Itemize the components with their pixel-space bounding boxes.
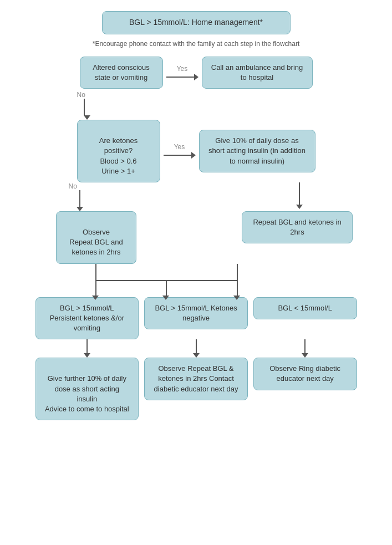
box-bgl-low: BGL < 15mmol/L xyxy=(253,297,357,319)
col-altered: Altered conscious state or vomiting xyxy=(80,57,163,89)
yes-arrow-col-2: Yes xyxy=(164,143,196,159)
col-insulin: Give 10% of daily dose as short acting i… xyxy=(199,130,315,172)
arrowhead xyxy=(194,74,198,80)
box-obs-repeat: Observe Repeat BGL & ketones in 2hrs Con… xyxy=(144,358,248,400)
row-3: Observe Repeat BGL and ketones in 2hrs R… xyxy=(35,211,357,264)
ketones-text: Are ketones positive? Blood > 0.6 Urine … xyxy=(99,136,138,175)
box-bgl-persist: BGL > 15mmol/L Persistent ketones &/or v… xyxy=(35,297,139,340)
altered-text: Altered conscious state or vomiting xyxy=(93,63,150,82)
obs-repeat-text: Observe Repeat BGL & ketones in 2hrs Con… xyxy=(154,364,238,393)
box-obs-ring: Observe Ring diabetic educator next day xyxy=(253,358,357,390)
row-three-boxes: BGL > 15mmol/L Persistent ketones &/or v… xyxy=(35,297,357,340)
arrow-right-2 xyxy=(164,152,196,159)
ah-3 xyxy=(302,353,308,358)
title-box: BGL > 15mmol/L: Home management* xyxy=(102,11,291,34)
arrow-down-insulin xyxy=(296,182,303,209)
v-line-observe xyxy=(95,264,96,281)
v-drop-right xyxy=(237,280,238,297)
arrow-down-persist xyxy=(35,339,139,358)
branch-arrows: BGL > 15mmol/L Persistent ketones &/or v… xyxy=(35,264,357,421)
arrowhead-right xyxy=(233,296,240,300)
insulin-arrow-col xyxy=(242,182,357,209)
vl-3 xyxy=(304,339,306,353)
box-repeat-bgl: Repeat BGL and ketones in 2hrs xyxy=(242,211,353,243)
col-ketones: Are ketones positive? Blood > 0.6 Urine … xyxy=(77,120,160,182)
col-bgl-persist: BGL > 15mmol/L Persistent ketones &/or v… xyxy=(35,297,139,340)
col-ambulance: Call an ambulance and bring to hospital xyxy=(202,57,313,89)
col-obs-ring: Observe Ring diabetic educator next day xyxy=(253,358,357,390)
v-line-repeat xyxy=(237,264,238,281)
obs-ring-text: Observe Ring diabetic educator next day xyxy=(269,364,340,383)
no-arrow-col-2: No xyxy=(35,182,121,211)
box-observe-small: Observe Repeat BGL and ketones in 2hrs xyxy=(56,211,136,264)
ah xyxy=(84,353,90,358)
col-repeat-bgl: Repeat BGL and ketones in 2hrs xyxy=(238,211,357,243)
yes-label: Yes xyxy=(177,65,188,73)
vl-2 xyxy=(196,339,197,353)
flowchart: BGL > 15mmol/L: Home management* *Encour… xyxy=(11,11,381,420)
arrow-down-no-2 xyxy=(77,190,83,211)
arrowhead-2 xyxy=(191,152,196,159)
ad-low xyxy=(302,339,308,358)
insulin-text: Give 10% of daily dose as short acting i… xyxy=(208,136,306,165)
ambulance-text: Call an ambulance and bring to hospital xyxy=(211,63,303,82)
v-drop-center xyxy=(166,280,167,297)
h-line-2 xyxy=(164,155,191,156)
connector-area xyxy=(35,264,357,297)
no-label: No xyxy=(77,91,85,99)
yes-arrow-col: Yes xyxy=(166,65,198,80)
box-further: Give further 10% of daily dose as short … xyxy=(35,358,139,420)
further-text: Give further 10% of daily dose as short … xyxy=(45,374,129,413)
no-label-2: No xyxy=(69,182,77,190)
col-bgl-neg: BGL > 15mmol/L Ketones negative xyxy=(144,297,248,329)
v-line xyxy=(84,99,85,115)
row-arrows-3 xyxy=(35,339,357,358)
row-arrows-2: No xyxy=(35,182,357,211)
arrowhead-down xyxy=(84,115,90,120)
bgl-persist-text: BGL > 15mmol/L Persistent ketones &/or v… xyxy=(50,304,124,332)
col-further: Give further 10% of daily dose as short … xyxy=(35,358,139,420)
v-drop-left xyxy=(95,280,96,297)
yes-label-2: Yes xyxy=(174,143,185,151)
observe-small-text: Observe Repeat BGL and ketones in 2hrs xyxy=(69,228,123,256)
arrowhead-center xyxy=(162,296,169,300)
arrowhead-left xyxy=(92,296,99,300)
arrow-down-no xyxy=(84,99,90,120)
arrow-down-neg xyxy=(144,339,248,358)
v-line-2 xyxy=(79,190,80,207)
vl xyxy=(86,339,88,353)
ad-neg xyxy=(193,339,200,358)
box-bgl-neg: BGL > 15mmol/L Ketones negative xyxy=(144,297,248,329)
v-line-3 xyxy=(299,182,300,205)
title-text: BGL > 15mmol/L: Home management* xyxy=(129,18,263,27)
col-bgl-low: BGL < 15mmol/L xyxy=(253,297,357,319)
col-obs-repeat: Observe Repeat BGL & ketones in 2hrs Con… xyxy=(144,358,248,400)
bgl-neg-text: BGL > 15mmol/L Ketones negative xyxy=(155,304,237,322)
arrow-down-low xyxy=(253,339,357,358)
arrowhead-down-3 xyxy=(296,205,303,209)
row-1: Altered conscious state or vomiting Yes … xyxy=(80,57,313,89)
box-altered: Altered conscious state or vomiting xyxy=(80,57,163,89)
box-ambulance: Call an ambulance and bring to hospital xyxy=(202,57,313,89)
h-line xyxy=(166,77,194,78)
no-arrow-col: No xyxy=(35,89,357,120)
bgl-low-text: BGL < 15mmol/L xyxy=(278,304,332,312)
col-observe-small: Observe Repeat BGL and ketones in 2hrs xyxy=(35,211,157,264)
box-ketones: Are ketones positive? Blood > 0.6 Urine … xyxy=(77,120,160,182)
box-insulin: Give 10% of daily dose as short acting i… xyxy=(199,130,315,172)
arrowhead-down-2 xyxy=(77,207,83,211)
arrow-right-1 xyxy=(166,74,198,80)
row-2: Are ketones positive? Blood > 0.6 Urine … xyxy=(77,120,315,182)
ah-2 xyxy=(193,353,200,358)
row-final-boxes: Give further 10% of daily dose as short … xyxy=(35,358,357,420)
ad-persist xyxy=(84,339,90,358)
subtitle-text: *Encourage phone contact with the family… xyxy=(93,40,300,48)
repeat-bgl-text: Repeat BGL and ketones in 2hrs xyxy=(253,218,341,236)
